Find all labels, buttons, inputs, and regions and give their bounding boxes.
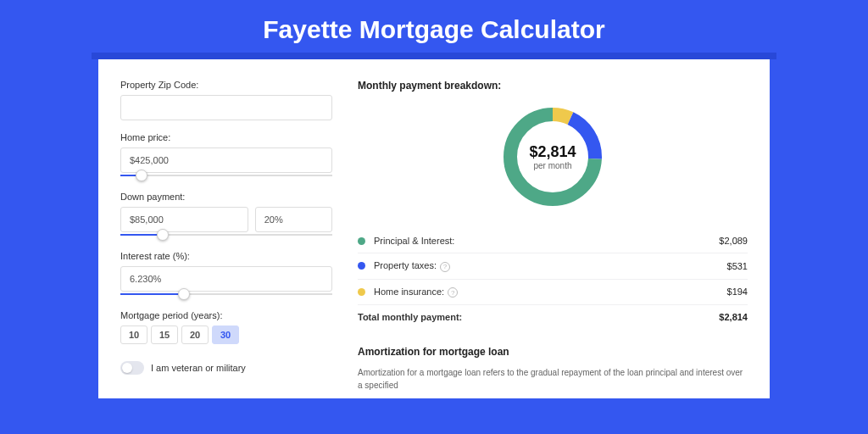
field-down-payment: Down payment: (120, 192, 332, 239)
label-home-price: Home price: (120, 132, 332, 142)
breakdown-value: $2,089 (719, 236, 748, 246)
field-veteran: I am veteran or military (120, 361, 332, 375)
veteran-toggle[interactable] (120, 361, 144, 375)
down-payment-percent-input[interactable] (255, 207, 332, 232)
total-value: $2,814 (719, 312, 748, 322)
donut-center: $2,814 per month (498, 102, 608, 212)
slider-track (120, 175, 332, 176)
field-home-price: Home price: (120, 132, 332, 180)
interest-rate-input[interactable] (120, 266, 332, 292)
breakdown-value: $194 (727, 287, 748, 297)
period-options: 10152030 (120, 326, 332, 344)
amortization-title: Amortization for mortgage loan (358, 346, 748, 358)
donut-chart-wrap: $2,814 per month (358, 102, 748, 212)
period-option-30[interactable]: 30 (212, 326, 239, 344)
slider-thumb[interactable] (178, 288, 190, 300)
breakdown-title: Monthly payment breakdown: (358, 80, 748, 92)
info-icon[interactable]: ? (448, 287, 458, 298)
down-payment-slider[interactable] (120, 231, 332, 239)
label-mortgage-period: Mortgage period (years): (120, 310, 332, 320)
legend-dot (358, 288, 365, 296)
down-payment-amount-input[interactable] (120, 207, 248, 232)
donut-value: $2,814 (529, 143, 576, 161)
home-price-slider[interactable] (120, 171, 332, 180)
calculator-panel: Property Zip Code: Home price: Down paym… (98, 59, 770, 398)
field-mortgage-period: Mortgage period (years): 10152030 (120, 310, 332, 344)
donut-chart: $2,814 per month (498, 102, 608, 212)
breakdown-value: $531 (727, 261, 748, 271)
donut-sublabel: per month (533, 161, 571, 170)
home-price-input[interactable] (120, 147, 332, 173)
legend-dot (358, 237, 365, 245)
label-interest-rate: Interest rate (%): (120, 251, 332, 261)
slider-thumb[interactable] (136, 170, 147, 181)
breakdown-column: Monthly payment breakdown: $2,814 per mo… (358, 80, 748, 378)
period-option-10[interactable]: 10 (120, 326, 147, 344)
breakdown-item: Property taxes:?$531 (358, 253, 748, 280)
slider-fill (120, 293, 184, 295)
page-title: Fayette Mortgage Calculator (0, 15, 868, 44)
form-column: Property Zip Code: Home price: Down paym… (120, 80, 332, 378)
total-label: Total monthly payment: (358, 312, 719, 322)
breakdown-label: Principal & Interest: (374, 236, 719, 246)
breakdown-list: Principal & Interest:$2,089Property taxe… (358, 229, 748, 329)
veteran-label: I am veteran or military (151, 363, 246, 373)
interest-rate-slider[interactable] (120, 290, 332, 298)
breakdown-total: Total monthly payment:$2,814 (358, 305, 748, 329)
breakdown-item: Home insurance:?$194 (358, 280, 748, 306)
breakdown-label: Home insurance:? (374, 287, 727, 298)
amortization-text: Amortization for a mortgage loan refers … (358, 366, 748, 392)
slider-thumb[interactable] (157, 229, 169, 241)
period-option-15[interactable]: 15 (151, 326, 178, 344)
panel-shadow (92, 53, 776, 59)
page-header: Fayette Mortgage Calculator (0, 0, 868, 53)
period-option-20[interactable]: 20 (181, 326, 209, 344)
label-down-payment: Down payment: (120, 192, 332, 202)
field-zip: Property Zip Code: (120, 80, 332, 120)
info-icon[interactable]: ? (440, 262, 450, 272)
breakdown-label: Property taxes:? (374, 260, 727, 272)
label-zip: Property Zip Code: (120, 80, 332, 90)
zip-input[interactable] (120, 95, 332, 120)
legend-dot (358, 262, 365, 270)
breakdown-item: Principal & Interest:$2,089 (358, 229, 748, 253)
field-interest-rate: Interest rate (%): (120, 251, 332, 298)
